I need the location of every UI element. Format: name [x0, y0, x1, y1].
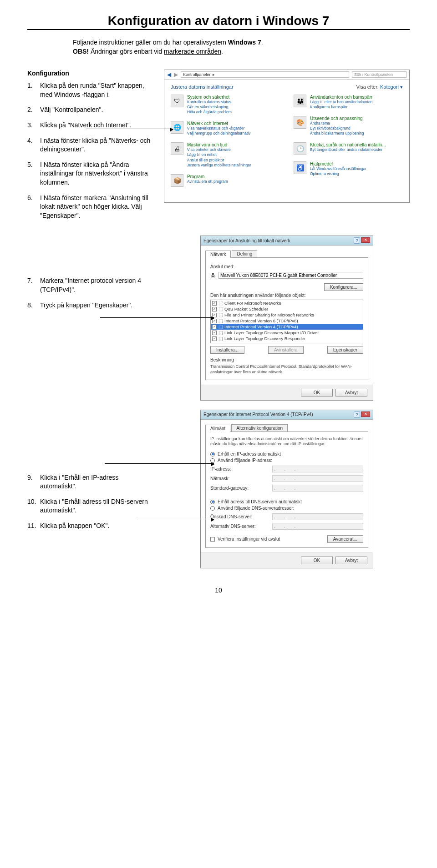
radio-manual-dns[interactable]: Använd följande DNS-serveradresser:	[210, 506, 363, 511]
cp-category-icon: 🎨	[294, 116, 306, 129]
breadcrumb[interactable]: Kontrollpanelen ▸	[181, 71, 349, 78]
search-input[interactable]: Sök i Kontrollpanelen	[352, 71, 407, 78]
pointer-arrow-2	[100, 317, 214, 318]
ok-button[interactable]: OK	[301, 389, 333, 396]
protocol-item[interactable]: ✓⬚Internet Protocol Version 4 (TCP/IPv4)	[211, 324, 363, 330]
cancel-button[interactable]: Avbryt	[335, 557, 367, 564]
install-button[interactable]: Installera...	[210, 346, 244, 354]
pointer-arrow-1	[86, 129, 173, 129]
radio-manual-ip[interactable]: Använd följande IP-adress:	[210, 458, 363, 463]
page-title: Konfiguration av datorn i Windows 7	[27, 14, 410, 28]
cancel-button[interactable]: Avbryt	[335, 389, 367, 396]
protocol-item[interactable]: ✓⬚QoS Packet Scheduler	[211, 306, 363, 312]
configuration-heading: Konfiguration	[27, 70, 155, 77]
ipv4-blurb: IP-inställningar kan tilldelas automatis…	[210, 437, 363, 447]
close-icon[interactable]: ✕	[361, 237, 370, 243]
step-item: 5.I Nästa fönster klicka på "Ändra instä…	[27, 161, 155, 187]
protocol-listbox[interactable]: ✓⬚Client For Microsoft Networks✓⬚QoS Pac…	[210, 300, 363, 343]
cp-category[interactable]: 🎨Utseende och anpassningÄndra temaByt sk…	[294, 116, 403, 136]
dialog-title-ipv4: Egenskaper för Internet Protocol Version…	[203, 412, 313, 417]
uninstall-button[interactable]: Avinstallera	[268, 346, 304, 354]
cp-category-icon: 📦	[171, 174, 183, 187]
step-item: 4.I nästa fönster klicka på "Nätverks- o…	[27, 136, 155, 154]
mask-input	[272, 475, 363, 482]
step-item: 2.Välj "Kontrollpanelen".	[27, 105, 155, 115]
cp-category-icon: 👪	[294, 95, 306, 107]
cp-category[interactable]: 🌐Nätverk och InternetVisa nätverksstatus…	[171, 121, 280, 136]
adapter-name	[218, 272, 363, 279]
cp-category[interactable]: ♿HjälpmedelLåt Windows föreslå inställni…	[294, 161, 403, 176]
ip-label: IP-adress:	[210, 467, 269, 472]
protocol-item[interactable]: ✓⬚Link-Layer Topology Discovery Mapper I…	[211, 330, 363, 336]
title-divider	[27, 29, 410, 30]
ok-button[interactable]: OK	[301, 557, 333, 564]
cp-category-icon: 🕒	[294, 142, 306, 155]
radio-auto-ip[interactable]: Erhåll en IP-adress automatiskt	[210, 452, 363, 457]
nav-forward-icon[interactable]: ▶	[174, 71, 178, 78]
dns2-input	[272, 523, 363, 530]
steps-list-b: 7.Markera "Internet protocol version 4 (…	[27, 276, 155, 310]
pointer-arrow-3b	[137, 519, 214, 519]
gw-input	[272, 485, 363, 492]
step-item: 7.Markera "Internet protocol version 4 (…	[27, 276, 155, 294]
verify-checkbox[interactable]: Verifiera inställningar vid avslut	[210, 537, 280, 542]
gw-label: Standard-gateway:	[210, 486, 269, 491]
mask-label: Nätmask:	[210, 476, 269, 481]
cp-view-toggle[interactable]: Visa efter: Kategori ▾	[356, 84, 403, 90]
adapter-icon: 🖧	[210, 272, 216, 279]
description-text: Transmission Control Protocol/Internet P…	[210, 364, 363, 375]
configure-button[interactable]: Konfigurera...	[324, 283, 363, 291]
tab-alternate[interactable]: Alternativ konfiguration	[231, 424, 288, 431]
step-item: 8.Tryck på knappen "Egenskaper".	[27, 301, 155, 310]
cp-category[interactable]: 🕒Klocka, språk och nationella inställn..…	[294, 142, 403, 155]
protocol-item[interactable]: ✓⬚File and Printer Sharing for Microsoft…	[211, 312, 363, 318]
dialog-title: Egenskaper för Anslutning till lokalt nä…	[203, 238, 290, 243]
cp-category-icon: 🖨	[171, 142, 183, 155]
intro-paragraph: Följande instruktioner gäller om du har …	[73, 38, 382, 56]
dns1-label: Önskad DNS-server:	[210, 514, 269, 519]
cp-category-icon: ♿	[294, 161, 306, 174]
properties-button[interactable]: Egenskaper	[327, 346, 363, 354]
cp-category[interactable]: 📦ProgramAvinstallera ett program	[171, 174, 280, 187]
close-icon[interactable]: ✕	[361, 411, 370, 417]
ipv4-properties-dialog: Egenskaper för Internet Protocol Version…	[200, 410, 373, 568]
uses-label: Den här anslutningen använder följande o…	[210, 293, 363, 298]
advanced-button[interactable]: Avancerat...	[327, 535, 363, 543]
step-item: 1.Klicka på den runda "Start" knappen, m…	[27, 81, 155, 99]
radio-auto-dns[interactable]: Erhåll adress till DNS-servern automatis…	[210, 499, 363, 504]
cp-category-icon: 🛡	[171, 95, 183, 107]
lan-properties-dialog: Egenskaper för Anslutning till lokalt nä…	[200, 236, 373, 400]
control-panel-window: ◀ ▶ Kontrollpanelen ▸ Sök i Kontrollpane…	[164, 70, 410, 202]
page-number: 10	[27, 587, 410, 594]
dns2-label: Alternativ DNS-server:	[210, 524, 269, 529]
ip-input	[272, 466, 363, 472]
connect-with-label: Anslut med:	[210, 264, 363, 269]
step-item: 6.I Nästa fönster markera "Anslutning ti…	[27, 194, 155, 221]
step-item: 10.Klicka i "Erhåll adress till DNS-serv…	[27, 497, 155, 515]
cp-category[interactable]: 🛡System och säkerhetKontrollera datorns …	[171, 95, 280, 115]
tab-general[interactable]: Allmänt	[205, 425, 230, 432]
help-icon[interactable]: ?	[354, 411, 360, 418]
tab-network[interactable]: Nätverk	[205, 251, 231, 258]
description-label: Beskrivning	[210, 357, 363, 362]
help-icon[interactable]: ?	[354, 237, 360, 244]
cp-heading: Justera datorns inställningar	[171, 84, 234, 90]
step-item: 9.Klicka i "Erhåll en IP-adress automati…	[27, 473, 155, 491]
cp-category[interactable]: 👪Användarkonton och barnspärrLägg till e…	[294, 95, 403, 110]
steps-list-c: 9.Klicka i "Erhåll en IP-adress automati…	[27, 473, 155, 531]
steps-list-a: 1.Klicka på den runda "Start" knappen, m…	[27, 81, 155, 220]
nav-back-icon[interactable]: ◀	[167, 71, 171, 78]
cp-category[interactable]: 🖨Maskinvara och ljudVisa enheter och skr…	[171, 142, 280, 167]
tab-sharing[interactable]: Delning	[232, 250, 257, 257]
protocol-item[interactable]: ✓⬚Internet Protocol Version 6 (TCP/IPv6)	[211, 318, 363, 324]
step-item: 11.Klicka på knappen "OK".	[27, 522, 155, 531]
protocol-item[interactable]: ✓⬚Client For Microsoft Networks	[211, 300, 363, 306]
dns1-input	[272, 513, 363, 520]
pointer-arrow-3a	[105, 463, 214, 464]
protocol-item[interactable]: ✓⬚Link-Layer Topology Discovery Responde…	[211, 336, 363, 341]
